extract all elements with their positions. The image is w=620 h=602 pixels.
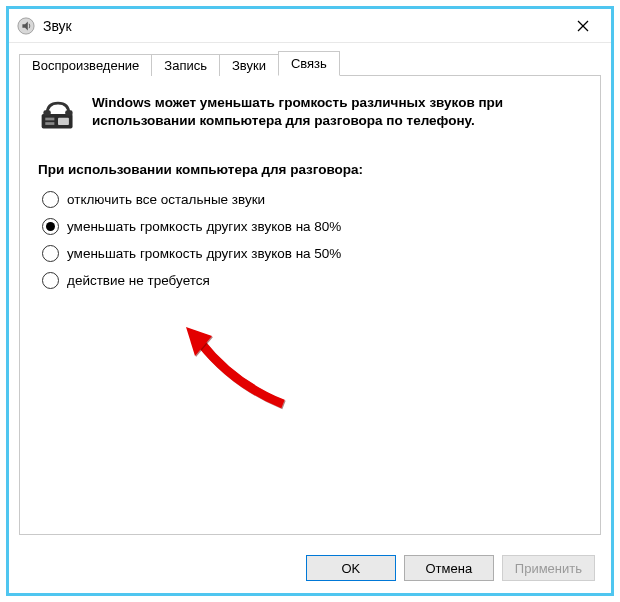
radio-group-label: При использовании компьютера для разгово… [38,162,582,177]
radio-reduce-50[interactable]: уменьшать громкость других звуков на 50% [42,245,582,262]
close-button[interactable] [561,11,605,41]
titlebar: Звук [9,9,611,43]
radio-label: уменьшать громкость других звуков на 80% [67,219,341,234]
radio-do-nothing[interactable]: действие не требуется [42,272,582,289]
radio-label: действие не требуется [67,273,210,288]
radio-label: уменьшать громкость других звуков на 50% [67,246,341,261]
tab-label: Воспроизведение [32,58,139,73]
radio-group: отключить все остальные звуки уменьшать … [38,191,582,289]
tab-label: Звуки [232,58,266,73]
radio-mute-all[interactable]: отключить все остальные звуки [42,191,582,208]
tab-sounds[interactable]: Звуки [219,54,279,76]
window-title: Звук [43,18,561,34]
tab-recording[interactable]: Запись [151,54,220,76]
svg-rect-4 [45,118,54,121]
dialog-buttons: OK Отмена Применить [306,555,595,581]
radio-icon [42,272,59,289]
svg-rect-7 [43,110,50,115]
ok-button[interactable]: OK [306,555,396,581]
tabpanel-communications: Windows может уменьшать громкость различ… [19,75,601,535]
radio-icon [42,245,59,262]
svg-rect-6 [58,118,69,125]
radio-icon [42,218,59,235]
arrow-annotation [178,324,298,417]
button-label: Отмена [426,561,473,576]
radio-icon [42,191,59,208]
intro-block: Windows может уменьшать громкость различ… [38,94,582,134]
radio-reduce-80[interactable]: уменьшать громкость других звуков на 80% [42,218,582,235]
phone-icon [38,94,78,134]
tab-label: Связь [291,56,327,71]
button-label: OK [341,561,360,576]
tabstrip: Воспроизведение Запись Звуки Связь [19,49,601,75]
svg-rect-8 [65,110,72,115]
cancel-button[interactable]: Отмена [404,555,494,581]
button-label: Применить [515,561,582,576]
radio-label: отключить все остальные звуки [67,192,265,207]
sound-dialog: Звук Воспроизведение Запись Звуки Связь [9,9,611,593]
dialog-content: Воспроизведение Запись Звуки Связь [9,43,611,543]
speaker-icon [17,17,35,35]
tab-label: Запись [164,58,207,73]
apply-button: Применить [502,555,595,581]
svg-marker-9 [186,327,212,356]
tab-communications[interactable]: Связь [278,51,340,76]
intro-text: Windows может уменьшать громкость различ… [92,94,582,130]
tab-playback[interactable]: Воспроизведение [19,54,152,76]
svg-rect-5 [45,122,54,125]
